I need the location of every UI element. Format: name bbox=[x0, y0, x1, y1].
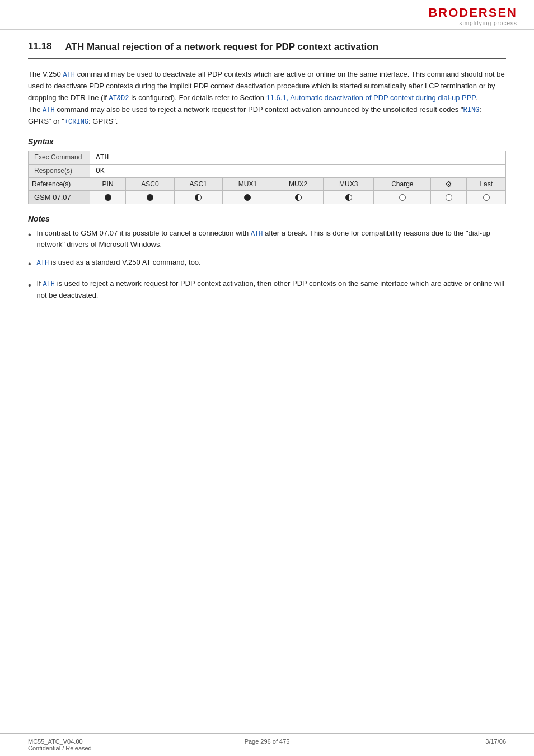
note-text-2: ATH is used as a standard V.250 AT comma… bbox=[37, 257, 201, 269]
code-cring: +CRING bbox=[64, 118, 88, 126]
settings-col-header: ⚙ bbox=[431, 177, 467, 190]
mux1-indicator bbox=[244, 194, 251, 201]
response-row: Response(s) OK bbox=[29, 164, 506, 177]
logo-area: BRODERSEN simplifying process bbox=[428, 6, 517, 26]
reference-col-header: Reference(s) bbox=[29, 177, 90, 190]
pin-col-header: PIN bbox=[90, 177, 126, 190]
code-ath-note3: ATH bbox=[43, 280, 55, 288]
data-row: GSM 07.07 bbox=[29, 190, 506, 204]
exec-command-value: ATH bbox=[90, 151, 506, 164]
asc1-col-header: ASC1 bbox=[174, 177, 222, 190]
asc1-indicator bbox=[195, 194, 202, 201]
settings-icon: ⚙ bbox=[445, 180, 452, 189]
footer-doc-id: MC55_ATC_V04.00 bbox=[28, 738, 188, 745]
code-ath-2: ATH bbox=[43, 106, 55, 114]
footer-right: 3/17/06 bbox=[346, 738, 506, 752]
code-ath-note1: ATH bbox=[251, 230, 263, 238]
footer-center: Page 296 of 475 bbox=[188, 738, 347, 752]
code-atd2: AT&D2 bbox=[109, 95, 129, 102]
pin-value bbox=[90, 190, 126, 204]
mux1-value bbox=[222, 190, 273, 204]
mux3-col-header: MUX3 bbox=[324, 177, 374, 190]
main-content: 11.18 ATH Manual rejection of a network … bbox=[0, 30, 534, 323]
logo-text: BRODERSEN bbox=[428, 6, 517, 20]
mux1-col-header: MUX1 bbox=[222, 177, 273, 190]
bullet-2: • bbox=[28, 257, 31, 271]
syntax-table: Exec Command ATH Response(s) OK Referenc… bbox=[28, 151, 506, 204]
responses-label: Response(s) bbox=[29, 164, 90, 177]
section-heading: 11.18 ATH Manual rejection of a network … bbox=[28, 41, 506, 59]
notes-heading: Notes bbox=[28, 214, 506, 223]
asc0-col-header: ASC0 bbox=[126, 177, 174, 190]
mux2-indicator bbox=[295, 194, 302, 201]
page: BRODERSEN simplifying process 11.18 ATH … bbox=[0, 0, 534, 756]
settings-value bbox=[431, 190, 467, 204]
exec-command-label: Exec Command bbox=[29, 151, 90, 164]
syntax-heading: Syntax bbox=[28, 137, 506, 146]
note-text-3: If ATH is used to reject a network reque… bbox=[37, 278, 506, 301]
charge-indicator bbox=[399, 194, 406, 201]
settings-indicator bbox=[446, 194, 452, 201]
code-ath-1: ATH bbox=[63, 71, 75, 79]
body-paragraph: The V.250 ATH command may be used to dea… bbox=[28, 69, 506, 128]
header: BRODERSEN simplifying process bbox=[0, 0, 534, 30]
code-ath-note2: ATH bbox=[37, 259, 49, 267]
footer-status: Confidential / Released bbox=[28, 745, 188, 752]
exec-command-row: Exec Command ATH bbox=[29, 151, 506, 164]
asc0-value bbox=[126, 190, 174, 204]
note-item-1: • In contrast to GSM 07.07 it is possibl… bbox=[28, 228, 506, 251]
asc1-value bbox=[174, 190, 222, 204]
responses-value: OK bbox=[90, 164, 506, 177]
code-ring: RING bbox=[463, 106, 480, 114]
mux3-value bbox=[324, 190, 374, 204]
note-item-3: • If ATH is used to reject a network req… bbox=[28, 278, 506, 301]
section-number: 11.18 bbox=[28, 41, 52, 52]
note-item-2: • ATH is used as a standard V.250 AT com… bbox=[28, 257, 506, 271]
charge-value bbox=[374, 190, 431, 204]
last-col-header: Last bbox=[467, 177, 506, 190]
section-title: ATH Manual rejection of a network reques… bbox=[65, 41, 379, 53]
asc0-indicator bbox=[147, 194, 153, 201]
last-value bbox=[467, 190, 506, 204]
bullet-3: • bbox=[28, 279, 31, 293]
mux2-value bbox=[273, 190, 324, 204]
footer: MC55_ATC_V04.00 Confidential / Released … bbox=[0, 733, 534, 756]
col-headers-row: Reference(s) PIN ASC0 ASC1 MUX1 MUX2 MUX… bbox=[29, 177, 506, 190]
logo-sub: simplifying process bbox=[460, 20, 517, 26]
mux2-col-header: MUX2 bbox=[273, 177, 324, 190]
charge-col-header: Charge bbox=[374, 177, 431, 190]
bullet-1: • bbox=[28, 228, 31, 242]
mux3-indicator bbox=[345, 194, 352, 201]
section-link[interactable]: 11.6.1, Automatic deactivation of PDP co… bbox=[266, 93, 475, 102]
reference-value: GSM 07.07 bbox=[29, 190, 90, 204]
note-text-1: In contrast to GSM 07.07 it is possible … bbox=[37, 228, 506, 251]
pin-indicator bbox=[105, 194, 111, 201]
last-indicator bbox=[483, 194, 490, 201]
footer-left: MC55_ATC_V04.00 Confidential / Released bbox=[28, 738, 188, 752]
notes-list: • In contrast to GSM 07.07 it is possibl… bbox=[28, 228, 506, 301]
